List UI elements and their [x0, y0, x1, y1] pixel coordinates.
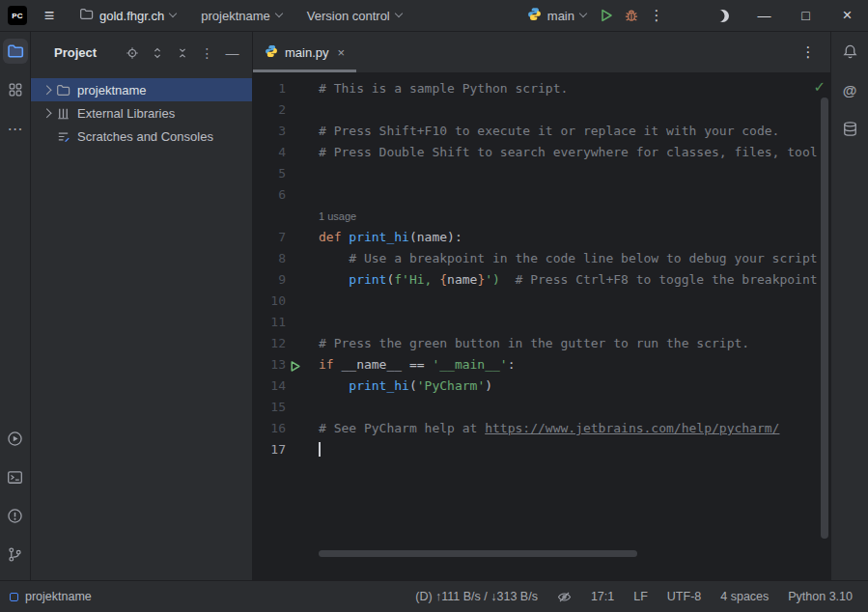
moon-button[interactable]	[702, 0, 743, 32]
code-line-8[interactable]: 8 # Use a breakpoint in the code line be…	[253, 248, 830, 269]
statusbar-encoding[interactable]: UTF-8	[667, 590, 701, 603]
code-line-16[interactable]: 16# See PyCharm help at https://www.jetb…	[253, 418, 830, 439]
line-number: 3	[253, 121, 286, 142]
code-line-9[interactable]: 9 print(f'Hi, {name}') # Press Ctrl+F8 t…	[253, 269, 830, 291]
code-text: # Press the green button in the gutter t…	[319, 333, 830, 354]
tab-main-py[interactable]: main.py ×	[253, 32, 356, 72]
gutter[interactable]: 7	[253, 227, 319, 248]
pycharm-logo-icon[interactable]: PC	[8, 6, 27, 25]
tree-item-scratches-and-consoles[interactable]: Scratches and Consoles	[31, 125, 252, 148]
gutter[interactable]: 12	[253, 333, 319, 354]
collapse-all-button[interactable]	[172, 42, 192, 63]
line-number: 13	[253, 354, 286, 376]
status-bar: projektname (D) ↑111 B/s / ↓313 B/s17:1L…	[0, 580, 868, 612]
gutter[interactable]: 9	[253, 269, 319, 291]
gutter[interactable]: 3	[253, 121, 319, 142]
minimize-button[interactable]: —	[743, 0, 785, 32]
notifications-button[interactable]	[837, 39, 862, 64]
chevron-right-icon[interactable]	[41, 110, 56, 117]
statusbar-network-speed[interactable]: (D) ↑111 B/s / ↓313 B/s	[415, 590, 538, 603]
gutter[interactable]: 5	[253, 163, 319, 184]
version-control-selector[interactable]: Version control	[299, 3, 409, 28]
gutter[interactable]: 14	[253, 376, 319, 397]
code-line-1[interactable]: 1# This is a sample Python script.	[253, 78, 830, 99]
gutter[interactable]: 2	[253, 99, 319, 121]
code-line-7[interactable]: 7def print_hi(name):	[253, 227, 830, 248]
code-text	[319, 312, 830, 333]
code-text	[319, 99, 830, 121]
gutter[interactable]: 16	[253, 418, 319, 439]
tree-item-external-libraries[interactable]: External Libraries	[31, 101, 252, 125]
tool-window-version-control-button[interactable]	[3, 542, 28, 567]
project-selector[interactable]: gold.fhgr.ch	[71, 3, 183, 28]
code-line-10[interactable]: 10	[253, 291, 830, 312]
gutter[interactable]: 6	[253, 184, 319, 206]
inlay-hint-row[interactable]: 1 usage	[253, 206, 830, 227]
statusbar-interpreter[interactable]: Python 3.10	[788, 590, 853, 603]
main-menu-button[interactable]: ≡	[37, 3, 62, 28]
expand-all-button[interactable]	[147, 42, 167, 63]
library-icon	[56, 106, 77, 121]
gutter[interactable]: 8	[253, 248, 319, 269]
gutter[interactable]: 15	[253, 397, 319, 418]
code-line-3[interactable]: 3# Press Shift+F10 to execute it or repl…	[253, 121, 830, 142]
code-text: # Press Double Shift to search everywher…	[319, 142, 830, 163]
statusbar-indent[interactable]: 4 spaces	[720, 590, 769, 603]
code-line-17[interactable]: 17	[253, 439, 830, 460]
gutter[interactable]	[253, 206, 319, 227]
panel-options-button[interactable]: ⋮	[197, 42, 217, 63]
code-line-4[interactable]: 4# Press Double Shift to search everywhe…	[253, 142, 830, 163]
code-line-11[interactable]: 11	[253, 312, 830, 333]
gutter[interactable]: 1	[253, 78, 319, 99]
code-line-2[interactable]: 2	[253, 99, 830, 121]
window-controls: — □ ×	[702, 0, 868, 32]
vertical-scrollbar[interactable]	[821, 97, 828, 539]
locate-file-button[interactable]	[122, 42, 142, 63]
code-line-13[interactable]: 13if __name__ == '__main__':	[253, 354, 830, 376]
branch-selector[interactable]: main	[519, 3, 594, 28]
statusbar-project-widget[interactable]: projektname	[10, 590, 92, 603]
ai-assistant-button[interactable]: @	[837, 77, 862, 102]
tool-window-run-button[interactable]	[3, 426, 28, 451]
close-tab-icon[interactable]: ×	[338, 45, 346, 60]
statusbar-items: (D) ↑111 B/s / ↓313 B/s17:1LFUTF-84 spac…	[415, 590, 853, 604]
tool-window-terminal-button[interactable]	[3, 464, 28, 489]
horizontal-scrollbar[interactable]	[319, 550, 637, 557]
editor[interactable]: 1# This is a sample Python script.23# Pr…	[253, 73, 830, 580]
code-line-12[interactable]: 12# Press the green button in the gutter…	[253, 333, 830, 354]
gutter[interactable]: 4	[253, 142, 319, 163]
run-configuration-label: projektname	[201, 9, 270, 23]
tool-window-problems-button[interactable]	[3, 503, 28, 528]
run-circle-icon	[7, 431, 23, 447]
gutter[interactable]: 17	[253, 439, 319, 460]
tool-window-structure-button[interactable]	[3, 77, 28, 102]
gutter[interactable]: 13	[253, 354, 319, 376]
database-button[interactable]	[837, 116, 862, 141]
statusbar-caret-position[interactable]: 17:1	[591, 590, 614, 603]
tool-window-project-button[interactable]	[3, 39, 28, 64]
close-button[interactable]: ×	[826, 0, 868, 32]
hide-panel-button[interactable]: —	[222, 42, 242, 63]
line-number: 10	[253, 291, 286, 312]
inspections-ok-icon[interactable]: ✓	[813, 78, 826, 96]
more-tool-windows-button[interactable]: ⋯	[3, 116, 28, 141]
statusbar-line-separator[interactable]: LF	[633, 590, 648, 603]
statusbar-highlighting-toggle[interactable]	[557, 590, 572, 604]
chevron-right-icon[interactable]	[41, 87, 56, 94]
code-line-5[interactable]: 5	[253, 163, 830, 184]
run-button[interactable]	[594, 3, 619, 28]
debug-button[interactable]	[619, 3, 644, 28]
gutter[interactable]: 11	[253, 312, 319, 333]
titlebar: PC ≡ gold.fhgr.ch projektname Version co…	[0, 0, 868, 32]
run-line-icon[interactable]	[289, 358, 302, 372]
more-actions-button[interactable]: ⋮	[644, 3, 669, 28]
code-line-6[interactable]: 6	[253, 184, 830, 206]
editor-options-button[interactable]: ⋮	[796, 40, 821, 65]
run-configuration-selector[interactable]: projektname	[193, 3, 290, 28]
tree-item-projektname[interactable]: projektname	[31, 78, 252, 101]
maximize-button[interactable]: □	[785, 0, 826, 32]
code-line-15[interactable]: 15	[253, 397, 830, 418]
left-toolbar: ⋯	[0, 32, 31, 580]
code-line-14[interactable]: 14 print_hi('PyCharm')	[253, 376, 830, 397]
gutter[interactable]: 10	[253, 291, 319, 312]
